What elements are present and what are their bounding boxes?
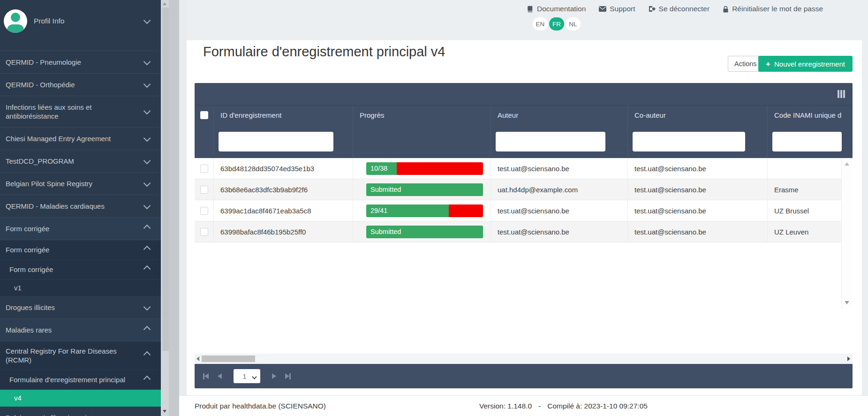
table-row[interactable]: 63b68e6ac83dfc3b9ab9f2f6Submitteduat.hd4…: [195, 179, 853, 200]
sidebar-item-label: Maladies rares: [6, 326, 52, 334]
author-cell: test.uat@sciensano.be: [491, 200, 627, 221]
sidebar: Profil Info QERMID - PneumologieQERMID -…: [0, 0, 161, 416]
lang-button-nl[interactable]: NL: [566, 17, 581, 30]
previous-page-button[interactable]: [218, 373, 222, 379]
sidebar-item-label: v4: [14, 394, 22, 402]
profile-info-item[interactable]: Profil Info: [0, 0, 161, 51]
sidebar-item-label: Belgian cystic fibrosis registry: [6, 414, 98, 416]
progress-bar: Submitted: [366, 183, 483, 196]
toplink-label: Documentation: [537, 5, 586, 13]
sidebar-item-label: Central Registry For Rare Diseases (RCMR…: [6, 347, 117, 364]
progress-bar-fill: Submitted: [366, 183, 483, 196]
envelope-icon: [599, 6, 606, 12]
row-checkbox[interactable]: [200, 207, 208, 215]
progress-bar: Submitted: [366, 226, 483, 238]
table-vertical-scrollbar[interactable]: [841, 158, 853, 309]
progress-bar-fill: 10/38: [366, 162, 397, 175]
se-d-connecter-link[interactable]: Se déconnecter: [649, 5, 710, 13]
toplink-label: Réinitialiser le mot de passe: [732, 5, 823, 13]
chevron-up-icon: [143, 224, 151, 232]
sidebar-item-infections-li-es-aux-soins-et-antibior-sistance[interactable]: Infections liées aux soins et antibiorés…: [0, 96, 161, 128]
sidebar-item-belgian-pilot-spine-registry[interactable]: Belgian Pilot Spine Registry: [0, 173, 161, 195]
sidebar-item-form-corrig-e[interactable]: Form corrigée: [0, 218, 161, 240]
sidebar-item-v4[interactable]: v4: [0, 390, 161, 407]
scroll-down-arrow-icon[interactable]: [163, 410, 166, 413]
page-select[interactable]: 1: [234, 369, 260, 383]
column-header-id-d-enregistrement[interactable]: ID d'enregistrement: [213, 106, 353, 125]
chevron-up-icon: [143, 265, 151, 272]
sidebar-item-form-corrig-e[interactable]: Form corrigée: [0, 240, 161, 260]
progress-cell: Submitted: [353, 221, 491, 242]
scroll-left-arrow-icon[interactable]: [196, 356, 199, 361]
sidebar-item-v1[interactable]: v1: [0, 280, 161, 296]
select-all-checkbox[interactable]: [200, 111, 208, 119]
filter-input-auteur[interactable]: [496, 132, 605, 151]
new-record-button[interactable]: + Nouvel enregistrement: [758, 56, 853, 72]
avatar-body: [7, 24, 24, 33]
table-row[interactable]: 63bd48128dd35074ed35e1b310/38test.uat@sc…: [195, 158, 853, 179]
scroll-up-arrow-icon[interactable]: [163, 2, 166, 5]
r-initialiser-le-mot-de-passe-link[interactable]: Réinitialiser le mot de passe: [723, 5, 823, 13]
table-row[interactable]: 6399ac1dac8f4671eab3a5c829/41test.uat@sc…: [195, 200, 853, 221]
progress-bar-remainder: [449, 204, 483, 217]
documentation-link[interactable]: Documentation: [527, 5, 586, 13]
lang-button-en[interactable]: EN: [533, 17, 548, 30]
columns-icon[interactable]: [838, 90, 845, 98]
sidebar-item-qermid-orthop-die[interactable]: QERMID - Orthopédie: [0, 74, 161, 96]
sidebar-item-drogues-illicites[interactable]: Drogues illicites: [0, 296, 161, 319]
filter-input-co-auteur[interactable]: [633, 132, 745, 151]
record-id-cell: 63bd48128dd35074ed35e1b3: [213, 158, 353, 179]
sidebar-item-testdcd-program[interactable]: TestDCD_PROGRAM: [0, 150, 161, 173]
progress-bar-fill: Submitted: [366, 226, 483, 238]
chevron-down-icon: [143, 134, 151, 142]
row-checkbox[interactable]: [200, 228, 208, 236]
sign-out-icon: [649, 6, 656, 12]
progress-bar-fill: 29/41: [366, 204, 449, 217]
table-horizontal-scrollbar[interactable]: [195, 354, 853, 364]
sidebar-item-qermid-maladies-cardiaques[interactable]: QERMID - Maladies cardiaques: [0, 195, 161, 218]
lock-icon: [723, 6, 729, 13]
chevron-up-icon: [143, 245, 151, 253]
next-page-button[interactable]: [272, 373, 276, 379]
sidebar-item-qermid-pneumologie[interactable]: QERMID - Pneumologie: [0, 51, 161, 74]
first-page-button[interactable]: [203, 373, 209, 379]
author-cell: test.uat@sciensano.be: [491, 221, 627, 242]
row-checkbox[interactable]: [200, 186, 208, 194]
progress-cell: Submitted: [353, 179, 491, 200]
content-card: Formulaire d'enregistrement principal v4…: [187, 40, 862, 395]
sidebar-item-maladies-rares[interactable]: Maladies rares: [0, 319, 161, 341]
filter-input-code-inami-unique-du[interactable]: [772, 132, 842, 151]
column-header-auteur[interactable]: Auteur: [491, 106, 627, 125]
column-header-progr-s[interactable]: Progrès: [353, 106, 491, 125]
last-page-button[interactable]: [285, 373, 291, 379]
filter-cell: [491, 125, 627, 158]
filter-input-id-d-enregistrement[interactable]: [219, 132, 333, 151]
sidebar-scrollbar-thumb[interactable]: [162, 8, 169, 351]
table-header-row: ID d'enregistrementProgrèsAuteurCo-auteu…: [195, 105, 853, 125]
row-checkbox[interactable]: [200, 165, 208, 173]
sidebar-item-central-registry-for-rare-diseases-rcmr-[interactable]: Central Registry For Rare Diseases (RCMR…: [0, 341, 161, 370]
scroll-down-arrow-icon[interactable]: [845, 301, 849, 304]
sidebar-item-form-corrig-e[interactable]: Form corrigée: [0, 260, 161, 280]
support-link[interactable]: Support: [599, 5, 635, 13]
sidebar-item-chiesi-managed-entry-agreement[interactable]: Chiesi Managed Entry Agreement: [0, 128, 161, 150]
scroll-right-arrow-icon[interactable]: [847, 356, 850, 361]
panel-scrollbar[interactable]: [169, 0, 179, 416]
table-row[interactable]: 63998bafac8f46b195b25ff0Submittedtest.ua…: [195, 221, 853, 242]
inami-code-cell: Erasme: [767, 179, 842, 200]
horizontal-scrollbar-thumb[interactable]: [202, 355, 255, 362]
column-header-code-inami-unique-du[interactable]: Code INAMI unique du: [767, 106, 842, 125]
chevron-up-icon: [143, 325, 151, 333]
sidebar-scrollbar[interactable]: [161, 0, 169, 416]
sidebar-item-formulaire-d-enregistrement-principal[interactable]: Formulaire d'enregistrement principal: [0, 370, 161, 390]
scroll-up-arrow-icon[interactable]: [845, 162, 849, 166]
record-id-cell: 63b68e6ac83dfc3b9ab9f2f6: [213, 179, 353, 200]
sidebar-item-belgian-cystic-fibrosis-registry[interactable]: Belgian cystic fibrosis registry: [0, 407, 161, 416]
column-header-co-auteur[interactable]: Co-auteur: [627, 106, 767, 125]
table-body: 63bd48128dd35074ed35e1b310/38test.uat@sc…: [195, 158, 853, 354]
sidebar-item-label: TestDCD_PROGRAM: [6, 157, 74, 165]
sidebar-item-label: Form corrigée: [6, 225, 49, 233]
lang-button-fr[interactable]: FR: [549, 17, 564, 30]
chevron-down-icon: [252, 374, 257, 379]
avatar: [4, 9, 27, 33]
